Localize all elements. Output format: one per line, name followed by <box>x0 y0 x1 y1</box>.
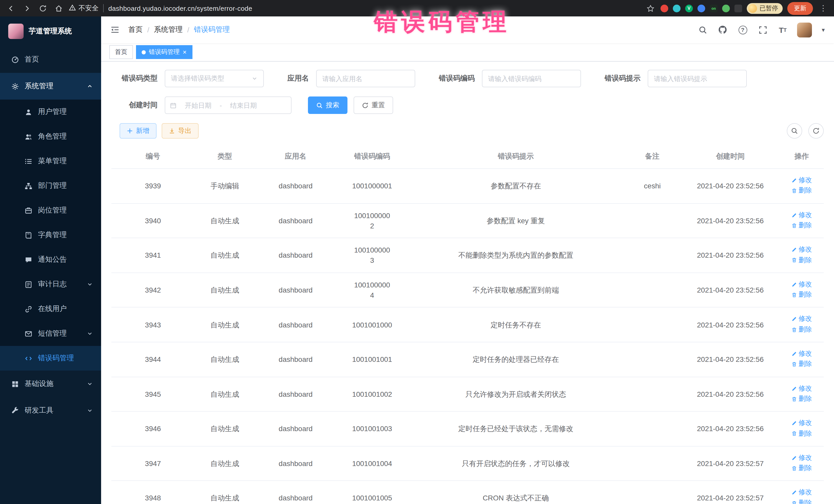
tab-home[interactable]: 首页 <box>109 45 133 59</box>
user-avatar[interactable] <box>797 22 812 37</box>
delete-link[interactable]: 删除 <box>791 429 812 439</box>
extension-icon[interactable]: V <box>685 4 693 12</box>
tab-close-icon[interactable]: × <box>183 49 186 56</box>
bookmark-star-icon[interactable] <box>644 3 656 14</box>
app-name-input[interactable] <box>316 70 415 87</box>
extension-icon[interactable] <box>673 4 681 12</box>
cell-app: dashboard <box>255 169 336 203</box>
font-size-icon[interactable]: TT <box>777 24 788 36</box>
hamburger-icon[interactable] <box>109 24 120 36</box>
browser-menu-icon[interactable]: ⋮ <box>817 3 829 14</box>
sidebar-item-online-users[interactable]: 在线用户 <box>0 297 101 321</box>
table-row: 3943自动生成dashboard1001001000定时任务不存在2021-0… <box>111 307 824 342</box>
edit-link[interactable]: 修改 <box>791 210 812 220</box>
extension-icon[interactable] <box>734 4 742 12</box>
tab-error-code[interactable]: 错误码管理 × <box>136 45 192 59</box>
cell-remark <box>623 446 681 481</box>
delete-link[interactable]: 删除 <box>791 394 812 404</box>
filter-label-code: 错误码编码 <box>439 74 475 83</box>
cell-id: 3945 <box>111 377 195 411</box>
delete-link[interactable]: 删除 <box>791 186 812 196</box>
sidebar-item-role-management[interactable]: 角色管理 <box>0 124 101 149</box>
date-range-picker[interactable]: - <box>165 96 291 114</box>
address-bar[interactable]: dashboard.yudao.iocoder.cn/system/error-… <box>108 4 252 12</box>
start-date-input[interactable] <box>179 101 217 109</box>
sidebar-item-post-management[interactable]: 岗位管理 <box>0 198 101 223</box>
edit-link[interactable]: 修改 <box>791 418 812 428</box>
delete-link[interactable]: 删除 <box>791 359 812 369</box>
edit-link[interactable]: 修改 <box>791 453 812 463</box>
extension-icon[interactable]: on <box>710 4 718 12</box>
sidebar-item-sms-management[interactable]: 短信管理 <box>0 321 101 346</box>
delete-link[interactable]: 删除 <box>791 255 812 265</box>
back-button[interactable] <box>5 3 17 14</box>
delete-link[interactable]: 删除 <box>791 290 812 300</box>
logo-image <box>8 24 24 39</box>
search-button[interactable]: 搜索 <box>308 96 348 114</box>
show-search-button[interactable] <box>787 123 802 138</box>
table-row: 3941自动生成dashboard1001000003不能删除类型为系统内置的参… <box>111 238 824 272</box>
cell-code: 1001000001 <box>336 169 408 203</box>
update-button[interactable]: 更新 <box>787 2 813 15</box>
delete-link[interactable]: 删除 <box>791 325 812 335</box>
sidebar-item-dev-tools[interactable]: 研发工具 <box>0 397 101 424</box>
sidebar-item-error-code-management[interactable]: 错误码管理 <box>0 346 101 371</box>
cell-code: 1001001003 <box>336 411 408 446</box>
fullscreen-icon[interactable] <box>757 24 768 36</box>
edit-link[interactable]: 修改 <box>791 314 812 324</box>
edit-link[interactable]: 修改 <box>791 384 812 393</box>
navbar: 首页 / 系统管理 / 错误码管理 ? <box>101 17 834 43</box>
refresh-table-button[interactable] <box>808 123 824 138</box>
home-button[interactable] <box>53 3 64 14</box>
error-type-select[interactable]: 请选择错误码类型 <box>165 70 264 87</box>
sidebar-item-infrastructure[interactable]: 基础设施 <box>0 371 101 397</box>
edit-link[interactable]: 修改 <box>791 349 812 359</box>
breadcrumb-system[interactable]: 系统管理 <box>154 25 183 35</box>
sidebar-item-home[interactable]: 首页 <box>0 46 101 73</box>
add-button[interactable]: 新增 <box>119 123 156 138</box>
sidebar-item-user-management[interactable]: 用户管理 <box>0 100 101 124</box>
cell-app: dashboard <box>255 411 336 446</box>
forward-button[interactable] <box>21 3 32 14</box>
edit-link[interactable]: 修改 <box>791 176 812 185</box>
code-icon <box>25 354 32 362</box>
cell-time: 2021-04-20 23:52:56 <box>681 238 780 272</box>
extension-icon[interactable] <box>698 4 705 12</box>
sidebar-item-system-management[interactable]: 系统管理 <box>0 73 101 100</box>
sidebar-item-menu-management[interactable]: 菜单管理 <box>0 149 101 174</box>
edit-link[interactable]: 修改 <box>791 280 812 289</box>
paused-badge[interactable]: 已暂停 <box>747 3 783 14</box>
extension-icon[interactable] <box>660 4 668 12</box>
select-placeholder: 请选择错误码类型 <box>171 74 224 83</box>
edit-link[interactable]: 修改 <box>791 245 812 255</box>
column-header: 操作 <box>780 145 824 169</box>
end-date-input[interactable] <box>224 101 263 109</box>
sidebar-item-notice[interactable]: 通知公告 <box>0 247 101 272</box>
delete-link[interactable]: 删除 <box>791 498 812 504</box>
extension-icon[interactable] <box>722 4 730 12</box>
chevron-down-icon[interactable]: ▼ <box>821 27 826 32</box>
security-warning[interactable]: 不安全 <box>69 4 98 13</box>
table-row: 3948自动生成dashboard1001001005CRON 表达式不正确20… <box>111 481 824 504</box>
sidebar-item-dict-management[interactable]: 字典管理 <box>0 223 101 247</box>
table-row: 3939手动编辑dashboard1001000001参数配置不存在ceshi2… <box>111 169 824 203</box>
error-code-input[interactable] <box>482 70 581 87</box>
cell-code: 1001001005 <box>336 481 408 504</box>
cell-id: 3944 <box>111 342 195 377</box>
cell-actions: 修改删除 <box>780 377 824 411</box>
search-icon[interactable] <box>697 24 708 36</box>
sidebar-item-audit-log[interactable]: 审计日志 <box>0 272 101 297</box>
edit-link[interactable]: 修改 <box>791 488 812 498</box>
reset-button[interactable]: 重置 <box>354 96 393 114</box>
breadcrumb-home[interactable]: 首页 <box>128 25 143 35</box>
delete-link[interactable]: 删除 <box>791 463 812 473</box>
github-icon[interactable] <box>717 24 728 36</box>
sidebar-item-dept-management[interactable]: 部门管理 <box>0 174 101 198</box>
error-hint-input[interactable] <box>648 70 747 87</box>
export-button[interactable]: 导出 <box>162 123 199 138</box>
cell-id: 3943 <box>111 307 195 342</box>
delete-link[interactable]: 删除 <box>791 221 812 231</box>
reload-button[interactable] <box>37 3 48 14</box>
help-icon[interactable]: ? <box>737 24 748 36</box>
app-logo[interactable]: 芋道管理系统 <box>0 17 101 46</box>
